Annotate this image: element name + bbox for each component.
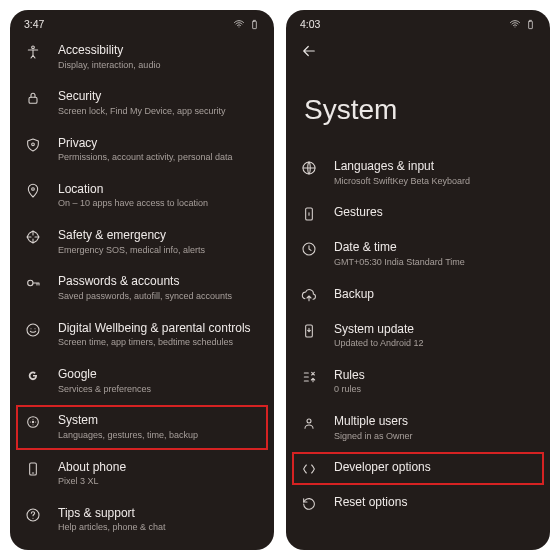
item-subtitle: Pixel 3 XL: [58, 476, 260, 488]
item-subtitle: Saved passwords, autofill, synced accoun…: [58, 291, 260, 303]
battery-icon: [249, 19, 260, 30]
system-icon: [24, 414, 42, 430]
settings-item[interactable]: LocationOn – 10 apps have access to loca…: [10, 173, 274, 219]
back-row: [286, 34, 550, 66]
accessibility-icon: [24, 44, 42, 60]
wifi-icon: [509, 18, 521, 30]
status-icons: [233, 18, 260, 30]
wifi-icon: [233, 18, 245, 30]
item-subtitle: 0 rules: [334, 384, 536, 396]
svg-point-4: [32, 143, 35, 146]
settings-item[interactable]: About phonePixel 3 XL: [10, 451, 274, 497]
item-subtitle: Screen time, app timers, bedtime schedul…: [58, 337, 260, 349]
item-subtitle: Permissions, account activity, personal …: [58, 152, 260, 164]
wellbeing-icon: [24, 322, 42, 338]
settings-item[interactable]: SecurityScreen lock, Find My Device, app…: [10, 80, 274, 126]
settings-item[interactable]: Passwords & accountsSaved passwords, aut…: [10, 265, 274, 311]
svg-point-6: [28, 281, 33, 286]
item-title: Languages & input: [334, 159, 536, 175]
dev-icon: [300, 461, 318, 477]
svg-point-9: [32, 422, 33, 423]
item-title: Tips & support: [58, 506, 260, 522]
svg-point-2: [32, 46, 35, 49]
system-item[interactable]: Languages & inputMicrosoft SwiftKey Beta…: [286, 150, 550, 196]
clock-icon: [300, 241, 318, 257]
privacy-icon: [24, 137, 42, 153]
system-item[interactable]: Date & timeGMT+05:30 India Standard Time: [286, 231, 550, 277]
item-title: Google: [58, 367, 260, 383]
passwords-icon: [24, 275, 42, 291]
item-title: About phone: [58, 460, 260, 476]
item-subtitle: Services & preferences: [58, 384, 260, 396]
lock-icon: [24, 90, 42, 106]
location-icon: [24, 183, 42, 199]
item-title: Multiple users: [334, 414, 536, 430]
status-bar: 3:47: [10, 10, 274, 34]
gestures-icon: [300, 206, 318, 222]
svg-point-7: [27, 324, 39, 336]
status-time: 3:47: [24, 18, 44, 30]
item-title: Digital Wellbeing & parental controls: [58, 321, 260, 337]
item-title: System update: [334, 322, 536, 338]
settings-item[interactable]: Tips & supportHelp articles, phone & cha…: [10, 497, 274, 543]
item-subtitle: Emergency SOS, medical info, alerts: [58, 245, 260, 257]
system-item[interactable]: Rules0 rules: [286, 359, 550, 405]
status-bar: 4:03: [286, 10, 550, 34]
settings-screen-left: 3:47 AccessibilityDisplay, interaction, …: [10, 10, 274, 550]
item-title: Security: [58, 89, 260, 105]
settings-item[interactable]: AccessibilityDisplay, interaction, audio: [10, 34, 274, 80]
google-icon: [24, 368, 42, 384]
back-icon[interactable]: [300, 42, 318, 60]
settings-list[interactable]: AccessibilityDisplay, interaction, audio…: [10, 34, 274, 550]
svg-point-5: [32, 188, 35, 191]
item-title: Rules: [334, 368, 536, 384]
system-screen-right: 4:03 System Languages & inputMicrosoft S…: [286, 10, 550, 550]
item-subtitle: On – 10 apps have access to location: [58, 198, 260, 210]
settings-item[interactable]: GoogleServices & preferences: [10, 358, 274, 404]
svg-rect-3: [29, 98, 37, 104]
update-icon: [300, 323, 318, 339]
item-title: Accessibility: [58, 43, 260, 59]
svg-rect-13: [529, 21, 533, 28]
item-title: Passwords & accounts: [58, 274, 260, 290]
item-subtitle: Screen lock, Find My Device, app securit…: [58, 106, 260, 118]
system-item[interactable]: System updateUpdated to Android 12: [286, 313, 550, 359]
item-subtitle: Updated to Android 12: [334, 338, 536, 350]
svg-point-8: [28, 417, 39, 428]
item-subtitle: GMT+05:30 India Standard Time: [334, 257, 536, 269]
settings-item[interactable]: Digital Wellbeing & parental controlsScr…: [10, 312, 274, 358]
item-title: Developer options: [334, 460, 536, 476]
system-item[interactable]: Developer options: [286, 451, 550, 486]
status-icons: [509, 18, 536, 30]
status-time: 4:03: [300, 18, 320, 30]
item-title: Date & time: [334, 240, 536, 256]
about-icon: [24, 461, 42, 477]
item-subtitle: Microsoft SwiftKey Beta Keyboard: [334, 176, 536, 188]
support-icon: [24, 507, 42, 523]
reset-icon: [300, 496, 318, 512]
item-subtitle: Signed in as Owner: [334, 431, 536, 443]
users-icon: [300, 415, 318, 431]
page-title: System: [286, 66, 550, 150]
rules-icon: [300, 369, 318, 385]
settings-item[interactable]: Safety & emergencyEmergency SOS, medical…: [10, 219, 274, 265]
system-list[interactable]: Languages & inputMicrosoft SwiftKey Beta…: [286, 150, 550, 550]
item-title: Location: [58, 182, 260, 198]
item-subtitle: Help articles, phone & chat: [58, 522, 260, 534]
item-subtitle: Display, interaction, audio: [58, 60, 260, 72]
system-item[interactable]: Multiple usersSigned in as Owner: [286, 405, 550, 451]
svg-point-19: [307, 419, 311, 423]
settings-item[interactable]: SystemLanguages, gestures, time, backup: [10, 404, 274, 450]
system-item[interactable]: Reset options: [286, 486, 550, 521]
item-title: Backup: [334, 287, 536, 303]
system-item[interactable]: Backup: [286, 278, 550, 313]
system-item[interactable]: Gestures: [286, 196, 550, 231]
settings-item[interactable]: PrivacyPermissions, account activity, pe…: [10, 127, 274, 173]
item-title: Privacy: [58, 136, 260, 152]
svg-rect-0: [253, 21, 257, 28]
item-title: System: [58, 413, 260, 429]
emergency-icon: [24, 229, 42, 245]
item-title: Gestures: [334, 205, 536, 221]
backup-icon: [300, 288, 318, 304]
item-subtitle: Languages, gestures, time, backup: [58, 430, 260, 442]
